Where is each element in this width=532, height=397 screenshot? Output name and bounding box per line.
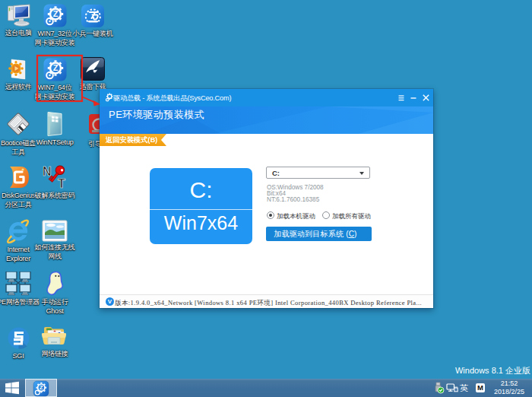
close-icon [423,89,429,106]
radio-local-label: 加载本机驱动 [277,212,315,221]
windows-logo-icon [0,379,24,397]
radio-local-drivers[interactable] [267,211,274,219]
diskgenius-icon [5,165,31,190]
windows-watermark: Windows 8.1 企业版 [455,365,530,376]
taskbar-app-icon: Z [33,380,49,397]
driver-window: 驱动总载 - 系统总载出品(SysCeo.Com) [100,89,433,308]
taskbar-clock[interactable]: 21:52 2018/2/25 [482,380,532,396]
window-title: 驱动总载 - 系统总载出品(SysCeo.Com) [113,94,231,103]
gear-z-glyph: Z [52,63,58,72]
drive-select-value: C: [272,169,280,177]
window-content: C: Win7x64 C: OS:Windows 7/2008 Bit:x64 … [100,134,433,294]
button-text-suffix: ) [354,230,357,238]
bootice-icon [5,112,32,138]
thunder-icon [80,56,106,81]
drive-select[interactable]: C: [266,167,370,179]
desktop-icon-ghost[interactable]: 手动运行Ghost [30,271,79,316]
winntsetup-icon [45,111,65,137]
target-drive-tile[interactable]: C: Win7x64 [150,168,252,244]
remote-software-icon [6,58,30,81]
desktop-icon-crackpwd[interactable]: N T 破解系统密码 [30,164,79,201]
button-hotkey: C [349,230,354,238]
icon-label: 如何连接无线网线 [30,243,79,261]
desktop: 这台电脑 远程软件 [0,0,532,397]
desktop-icon-thunder[interactable]: 迅雷下载 [68,56,117,92]
radio-dot [269,214,272,217]
clock-time: 21:52 [482,380,532,388]
menu-button[interactable] [398,89,406,106]
desktop-icon-winntsetup[interactable]: WinNTSetup [30,111,79,148]
picture-file-icon [42,220,68,242]
radio-all-drivers[interactable] [322,211,330,219]
taskbar: Z 英 M 21:52 2018/2/25 [0,379,532,397]
start-button[interactable] [0,379,24,397]
load-drivers-button[interactable]: 加载驱动到目标系统 (C) [266,227,372,241]
win7-32-driver-icon: Z [43,3,68,28]
ghost-icon [42,271,68,297]
radio-all-label: 加载所有驱动 [332,212,371,221]
crack-password-icon: N T [41,164,68,190]
button-text: 加载驱动到目标系统 ( [274,230,348,238]
window-titlebar[interactable]: 驱动总载 - 系统总载出品(SysCeo.Com) [100,89,433,106]
window-header: PE环境驱动预装模式 [100,106,433,134]
annotation-arrow [83,97,101,106]
this-pc-icon [5,4,31,27]
window-titlebar-icon [105,93,113,102]
version-badge-icon: V [106,297,114,306]
icon-label: WinNTSetup [30,138,79,148]
network-tray-icon[interactable] [446,383,458,394]
desktop-icon-netlink[interactable]: 网络链接 [30,325,79,359]
header-title: PE环境驱动预装模式 [109,108,204,122]
xiaobing-icon [81,4,105,28]
menu-icon [398,89,404,106]
chevron-down-icon [359,172,364,175]
taskbar-app-button[interactable]: Z [25,379,57,397]
icon-label: 手动运行Ghost [30,298,79,316]
back-ribbon[interactable]: 返回安装模式(B) [100,134,166,146]
gear-z-glyph: Z [40,384,43,391]
pe-network-manager-icon [5,272,32,297]
clock-date: 2018/2/25 [482,388,532,396]
os-info: OS:Windows 7/2008 Bit:x64 NT:6.1.7600.16… [267,185,324,204]
ime-language-indicator[interactable]: 英 [460,383,468,394]
win7-64-driver-icon: Z [43,57,68,82]
desktop-icon-xiaobing[interactable]: 小兵一键装机 [68,4,117,39]
gear-z-glyph: Z [52,9,58,18]
minimize-icon [410,89,416,106]
os-line: NT:6.1.7600.16385 [267,197,324,203]
sgi-icon [6,326,31,351]
minimize-button[interactable] [410,89,418,106]
icon-label: 破解系统密码 [30,192,79,201]
usb-safely-remove-icon[interactable] [433,382,445,394]
back-ribbon-label: 返回安装模式(B) [100,134,166,147]
status-text: 版本:1.9.4.0_x64_Network [Windows 8.1 x64 … [115,299,422,308]
network-folder-icon [41,325,68,348]
icon-label: 小兵一键装机 [68,30,117,39]
internet-explorer-icon [5,219,31,244]
tile-drive-letter: C: [150,168,252,209]
window-statusbar: V 版本:1.9.4.0_x64_Network [Windows 8.1 x6… [100,294,433,308]
close-button[interactable] [423,89,430,106]
tile-os-name: Win7x64 [150,209,252,244]
desktop-icon-wifi-howto[interactable]: 如何连接无线网线 [30,220,79,261]
crack-t-glyph: T [58,177,65,190]
crack-n-glyph: N [43,165,52,178]
icon-label: 网络链接 [30,350,79,359]
